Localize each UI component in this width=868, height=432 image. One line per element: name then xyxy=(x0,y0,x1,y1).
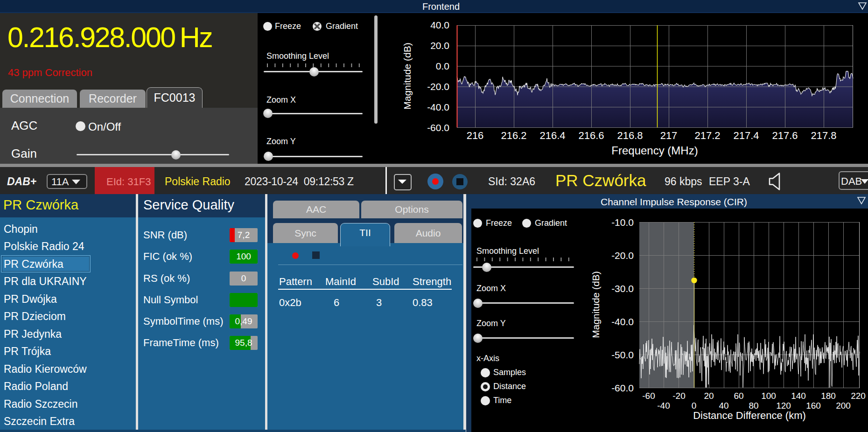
svg-text:-40: -40 xyxy=(657,401,670,411)
svg-text:-20: -20 xyxy=(672,391,685,401)
svg-text:200: 200 xyxy=(836,401,851,411)
svg-text:-60: -60 xyxy=(642,391,655,401)
svg-text:220: 220 xyxy=(851,391,866,401)
svg-text:-60.0: -60.0 xyxy=(611,383,634,393)
svg-text:Distance Difference (km): Distance Difference (km) xyxy=(693,410,806,421)
svg-text:60: 60 xyxy=(734,391,743,401)
svg-text:-40.0: -40.0 xyxy=(611,316,634,327)
svg-text:120: 120 xyxy=(776,401,791,411)
svg-text:140: 140 xyxy=(791,391,806,401)
svg-text:-50.0: -50.0 xyxy=(611,349,634,360)
svg-text:180: 180 xyxy=(821,391,836,401)
svg-text:160: 160 xyxy=(806,401,821,411)
svg-text:-30.0: -30.0 xyxy=(611,283,634,294)
svg-text:-10.0: -10.0 xyxy=(611,217,634,228)
svg-text:40: 40 xyxy=(719,401,728,411)
svg-text:0: 0 xyxy=(692,401,697,411)
svg-text:Magnitude (dB): Magnitude (dB) xyxy=(590,271,601,338)
svg-text:100: 100 xyxy=(761,391,776,401)
svg-text:20: 20 xyxy=(704,391,714,401)
svg-text:80: 80 xyxy=(749,401,758,411)
svg-text:-20.0: -20.0 xyxy=(611,250,634,261)
